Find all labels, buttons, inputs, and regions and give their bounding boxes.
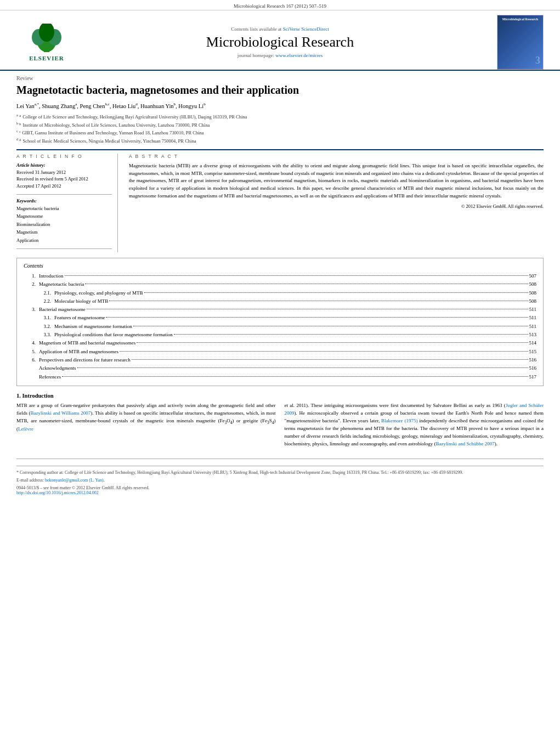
intro-col-left: MTB are a group of Gram-negative prokary… xyxy=(16,402,276,451)
page-footer: * Corresponding author at: College of Li… xyxy=(16,459,544,495)
info-divider xyxy=(16,194,112,195)
footer-bottom: 0944-5013/$ – see front matter © 2012 El… xyxy=(16,485,544,495)
contents-item-1: 1. Introduction 507 xyxy=(24,272,536,280)
keywords-label: Keywords: xyxy=(16,198,112,203)
abstract-text: Magnetotactic bacteria (MTB) are a diver… xyxy=(129,162,544,201)
accepted-date: Accepted 17 April 2012 xyxy=(16,183,112,190)
abstract-heading: A B S T R A C T xyxy=(129,154,544,159)
ref-bazylinski-williams[interactable]: Bazylinski and Williams 2007 xyxy=(31,410,91,416)
elsevier-label: ELSEVIER xyxy=(29,55,64,61)
page: Microbiological Research 167 (2012) 507–… xyxy=(0,0,560,741)
doi-link[interactable]: http://dx.doi.org/10.1016/j.micres.2012.… xyxy=(16,490,99,495)
journal-title-area: Contents lists available at SciVerse Sci… xyxy=(77,26,483,58)
elsevier-logo-area: ELSEVIER xyxy=(16,24,77,61)
elsevier-logo: ELSEVIER xyxy=(16,24,77,61)
article-info-column: A R T I C L E I N F O Article history: R… xyxy=(16,154,118,252)
keyword-5: Application xyxy=(16,236,112,244)
sciverse-link[interactable]: SciVerse ScienceDirect xyxy=(283,26,329,32)
journal-title: Microbiological Research xyxy=(82,34,478,50)
journal-cover-area: Microbiological Research 3 xyxy=(483,15,544,70)
affiliation-a: a ᵃ College of Life Science and Technolo… xyxy=(16,112,544,121)
keyword-2: Magnetosome xyxy=(16,212,112,220)
affiliation-d: d ᵈ School of Basic Medical Sciences, Ni… xyxy=(16,137,544,145)
journal-homepage: journal homepage: www.elsevier.de/micres xyxy=(82,53,478,58)
homepage-link[interactable]: www.elsevier.de/micres xyxy=(275,53,323,58)
contents-item-2: 2. Magnetotactic bacteria 508 xyxy=(24,280,536,289)
contents-item-4: 4. Magnetism of MTB and bacterial magnet… xyxy=(24,339,536,347)
received-date: Received 31 January 2012 xyxy=(16,169,112,176)
review-label: Review xyxy=(16,75,544,81)
keywords-list: Magnetotactic bacteria Magnetosome Biomi… xyxy=(16,205,112,244)
introduction-section: 1. Introduction MTB are a group of Gram-… xyxy=(16,393,544,451)
keywords-divider xyxy=(16,248,112,249)
contents-item-ref: References 517 xyxy=(24,373,536,381)
keyword-4: Magnetism xyxy=(16,228,112,236)
contents-item-2-1: 2.1. Physiology, ecology, and phylogeny … xyxy=(24,289,536,297)
footer-divider xyxy=(16,466,544,466)
article-info-heading: A R T I C L E I N F O xyxy=(16,154,112,159)
keywords-group: Keywords: Magnetotactic bacteria Magneto… xyxy=(16,198,112,244)
email-link[interactable]: hekonyanle@gmail.com (L. Yan). xyxy=(45,478,105,483)
intro-para-2: et al. 2011). These intriguing microorga… xyxy=(285,402,544,448)
contents-item-3-3: 3.3. Physiological conditions that favor… xyxy=(24,331,536,339)
copyright-line: © 2012 Elsevier GmbH. All rights reserve… xyxy=(129,203,544,209)
keyword-3: Biomineralization xyxy=(16,220,112,228)
contents-item-6: 6. Perspectives and directions for futur… xyxy=(24,356,536,364)
ref-lefevre[interactable]: Lefèvre xyxy=(18,426,33,432)
intro-body: MTB are a group of Gram-negative prokary… xyxy=(16,402,544,451)
journal-reference: Microbiological Research 167 (2012) 507–… xyxy=(0,0,560,10)
contents-item-2-2: 2.2. Molecular biology of MTB 508 xyxy=(24,297,536,306)
ref-jogler-schuler[interactable]: Jogler and Schüler 2009 xyxy=(285,403,544,416)
intro-para-1: MTB are a group of Gram-negative prokary… xyxy=(16,402,276,433)
article-history: Article history: Received 31 January 201… xyxy=(16,162,112,190)
cover-title: Microbiological Research xyxy=(502,18,538,21)
abstract-column: A B S T R A C T Magnetotactic bacteria (… xyxy=(129,154,544,252)
history-label: Article history: xyxy=(16,162,112,168)
sciverse-line: Contents lists available at SciVerse Sci… xyxy=(82,26,478,32)
contents-section: Contents 1. Introduction 507 2. Magnetot… xyxy=(16,258,544,386)
header-divider xyxy=(16,149,544,150)
affiliation-b: b ᵇ Institute of Microbiology, School of… xyxy=(16,121,544,129)
received-revised-date: Received in revised form 5 April 2012 xyxy=(16,176,112,183)
journal-header: ELSEVIER Contents lists available at Sci… xyxy=(0,10,560,71)
intro-col-right: et al. 2011). These intriguing microorga… xyxy=(285,402,544,451)
journal-cover: Microbiological Research 3 xyxy=(497,15,544,70)
contents-item-3-1: 3.1. Features of magnetosome 511 xyxy=(24,314,536,322)
corresponding-author-note: * Corresponding author at: College of Li… xyxy=(16,470,544,476)
article-info-abstract: A R T I C L E I N F O Article history: R… xyxy=(16,154,544,252)
contents-item-3: 3. Bacterial magnetosome 511 xyxy=(24,306,536,314)
ref-bazylinski-schubbe[interactable]: Bazylinski and Schübbe 2007 xyxy=(436,441,495,446)
cover-number: 3 xyxy=(535,55,540,66)
ref-blakemore[interactable]: Blakemore (1975) xyxy=(381,418,417,423)
article-title: Magnetotactic bacteria, magnetosomes and… xyxy=(16,83,544,97)
issn-line: 0944-5013/$ – see front matter © 2012 El… xyxy=(16,485,149,495)
affiliation-c: c ᶜ GIBT, Gansu Institute of Business an… xyxy=(16,128,544,137)
affiliations: a ᵃ College of Life Science and Technolo… xyxy=(16,112,544,144)
elsevier-tree-icon xyxy=(27,24,66,54)
contents-item-ack: Acknowledgments 516 xyxy=(24,364,536,372)
contents-title: Contents xyxy=(24,263,536,269)
authors-line: Lei Yana,*, Shuang Zhanga, Peng Chenb,c,… xyxy=(16,101,544,110)
main-content: Review Magnetotactic bacteria, magnetoso… xyxy=(0,71,560,501)
email-note: E-mail address: hekonyanle@gmail.com (L.… xyxy=(16,477,544,483)
contents-item-3-2: 3.2. Mechanism of magnetosome formation … xyxy=(24,323,536,331)
intro-section-title: 1. Introduction xyxy=(16,393,544,399)
keyword-1: Magnetotactic bacteria xyxy=(16,205,112,212)
contents-item-5: 5. Application of MTB and magnetosomes 5… xyxy=(24,348,536,356)
